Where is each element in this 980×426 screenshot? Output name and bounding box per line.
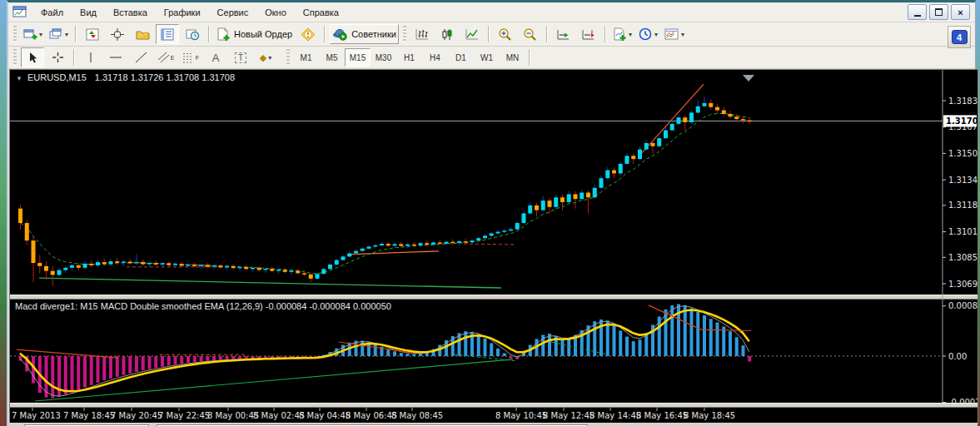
crosshair-tool-button[interactable] — [46, 47, 69, 67]
timeframe-w1[interactable]: W1 — [474, 48, 500, 67]
fibonacci-tool[interactable]: F — [179, 47, 202, 67]
channel-icon — [157, 52, 171, 63]
chevron-down-icon: ▾ — [268, 54, 271, 62]
toolbar-separator — [75, 26, 77, 42]
menu-window[interactable]: Окно — [256, 5, 295, 20]
new-order-icon — [216, 27, 231, 41]
panel-separator[interactable] — [10, 295, 978, 299]
bar-chart-button[interactable] — [410, 24, 434, 44]
timeframe-m15[interactable]: M15 — [345, 48, 371, 67]
menu-view[interactable]: Вид — [72, 5, 105, 20]
vertical-line-icon — [86, 52, 96, 63]
toolbar-drag-handle[interactable] — [13, 49, 17, 66]
new-order-label: Новый Ордер — [234, 29, 292, 39]
restore-button[interactable] — [929, 4, 948, 20]
current-price-label: 1.31708 — [946, 116, 978, 126]
chart-window-icon[interactable] — [12, 6, 27, 18]
navigator-button[interactable] — [131, 24, 154, 44]
text-label-icon: T — [235, 52, 246, 63]
panel-separator — [10, 295, 978, 295]
shapes-icon: ◆ — [260, 52, 266, 63]
toolbar-drag-handle[interactable] — [403, 26, 406, 42]
zoom-in-button[interactable] — [494, 24, 517, 44]
minimize-button[interactable] — [908, 4, 927, 20]
price-chart-canvas[interactable]: 1.318351.316701.315051.313401.311801.310… — [10, 70, 978, 424]
clock-icon — [639, 27, 653, 41]
chevron-down-icon: ▾ — [39, 31, 42, 38]
data-window-button[interactable] — [106, 24, 129, 44]
timeframe-h4[interactable]: H4 — [422, 48, 448, 67]
expert-advisors-button[interactable]: Советники — [330, 24, 399, 44]
macd-axis: 0.0008480.00-0.000783 — [943, 301, 978, 407]
cursor-tool-button[interactable] — [21, 47, 44, 67]
profiles-icon — [49, 28, 63, 41]
indicators-icon — [613, 27, 627, 41]
terminal-button[interactable] — [156, 24, 179, 44]
indicators-button[interactable]: ▾ — [610, 24, 634, 44]
time-tick-label: 7 May 20:45 — [111, 411, 162, 420]
toolbar-separator — [73, 49, 75, 66]
timeframe-m5[interactable]: M5 — [319, 48, 345, 67]
price-tick-label: 1.31180 — [948, 201, 978, 210]
standard-toolbar: ▾ ▾ Новый Ордер — [8, 22, 975, 47]
timeframe-m30[interactable]: M30 — [371, 48, 396, 67]
channel-tool[interactable]: E — [154, 47, 177, 67]
toolbar-separator — [529, 49, 530, 66]
zoom-out-button[interactable] — [519, 24, 542, 44]
toolbar-drag-handle[interactable] — [13, 26, 17, 42]
menu-charts[interactable]: Графики — [156, 5, 209, 20]
warning-diamond-icon — [301, 27, 316, 42]
desktop: Файл Вид Вставка Графики Сервис Окно Спр… — [0, 0, 980, 426]
toolbar-drag-handle[interactable] — [286, 49, 290, 66]
close-button[interactable]: × — [951, 4, 970, 20]
chart-shift-button[interactable] — [577, 24, 600, 44]
time-tick-label: 7 May 18:45 — [63, 411, 115, 420]
text-tool[interactable]: A — [204, 47, 227, 67]
profiles-button[interactable]: ▾ — [47, 24, 71, 44]
price-tick-label: 1.30690 — [948, 280, 978, 289]
new-chart-button[interactable]: ▾ — [21, 24, 45, 44]
menu-insert[interactable]: Вставка — [105, 5, 156, 20]
menu-help[interactable]: Справка — [295, 5, 347, 20]
news-indicator-button[interactable]: 4 — [948, 26, 971, 48]
metaeditor-button[interactable] — [296, 24, 320, 44]
chart-window-eurusd[interactable]: 1.318351.316701.315051.313401.311801.310… — [9, 69, 978, 424]
menu-file[interactable]: Файл — [32, 5, 72, 20]
chart-symbol: EURUSD,M15 — [27, 72, 87, 82]
timeframe-d1[interactable]: D1 — [448, 48, 474, 67]
time-tick-label: 8 May 12:45 — [543, 411, 594, 420]
menu-bar: Файл Вид Вставка Графики Сервис Окно Спр… — [8, 2, 975, 22]
chevron-down-icon: ▾ — [65, 31, 68, 38]
toolbar-separator — [604, 26, 606, 42]
chevron-down-icon: ▾ — [629, 31, 632, 38]
vertical-line-tool[interactable] — [79, 47, 102, 67]
panel-separator[interactable] — [10, 404, 978, 407]
menu-tools[interactable]: Сервис — [209, 5, 257, 20]
bar-chart-icon — [415, 28, 429, 41]
candlestick-icon — [440, 28, 454, 41]
new-order-button[interactable]: Новый Ордер — [214, 24, 295, 44]
text-label-tool[interactable]: T — [229, 47, 252, 67]
price-overlays — [39, 84, 704, 288]
templates-button[interactable]: ▾ — [662, 24, 687, 44]
timeframe-m1[interactable]: M1 — [293, 48, 319, 67]
arrows-tool[interactable]: ◆▾ — [254, 47, 277, 67]
candlestick-chart-button[interactable] — [435, 24, 459, 44]
time-tick-label: 8 May 14:45 — [589, 411, 641, 420]
price-axis: 1.318351.316701.315051.313401.311801.310… — [943, 97, 978, 289]
timeframe-h1[interactable]: H1 — [396, 48, 422, 67]
line-chart-button[interactable] — [460, 24, 484, 44]
restore-icon — [935, 8, 943, 16]
chart-menu-arrow-icon[interactable]: ▼ — [16, 75, 22, 82]
horizontal-line-tool[interactable] — [104, 47, 127, 67]
price-tick-label: 1.31340 — [948, 176, 978, 185]
strategy-tester-button[interactable] — [181, 24, 204, 44]
templates-icon — [664, 28, 679, 41]
trendline-tool[interactable] — [129, 47, 152, 67]
time-tick-label: 8 May 00:45 — [207, 411, 259, 420]
timeframe-mn[interactable]: MN — [500, 48, 525, 67]
periods-button[interactable]: ▾ — [636, 24, 660, 44]
market-watch-button[interactable] — [81, 24, 104, 44]
crosshair-tool-icon — [52, 52, 64, 63]
auto-scroll-button[interactable] — [552, 24, 575, 44]
